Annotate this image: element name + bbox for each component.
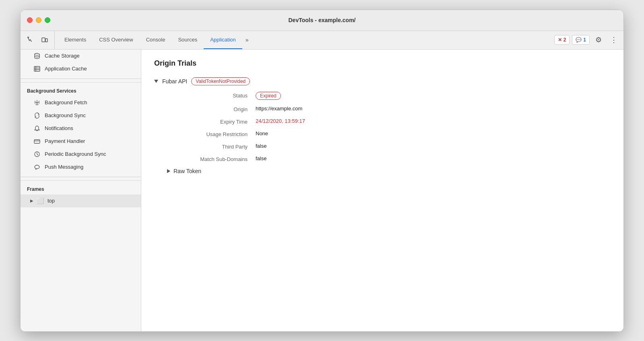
message-icon: 💬	[576, 37, 582, 43]
cache-storage-icon	[33, 52, 41, 60]
application-cache-icon	[33, 65, 41, 72]
titlebar: DevTools - example.com/	[21, 10, 623, 31]
match-sub-value: false	[256, 155, 266, 161]
push-messaging-label: Push Messaging	[45, 164, 83, 170]
frames-top-label: top	[47, 198, 55, 204]
window-title: DevTools - example.com/	[288, 17, 355, 23]
api-name: Fubar API	[162, 78, 187, 85]
tab-sources[interactable]: Sources	[171, 31, 204, 49]
minimize-button[interactable]	[36, 17, 41, 23]
svg-rect-3	[34, 66, 40, 71]
sidebar-item-payment-handler[interactable]: Payment Handler	[21, 135, 141, 148]
expiry-label: Expiry Time	[167, 118, 256, 125]
frames-expand-icon: ▶	[30, 198, 33, 203]
error-count-button[interactable]: ✕ 2	[554, 35, 570, 45]
usage-value: None	[256, 130, 268, 136]
frames-header: Frames	[21, 180, 141, 194]
raw-token-expand-icon	[167, 169, 170, 173]
payment-handler-icon	[33, 138, 41, 145]
close-button[interactable]	[27, 17, 33, 23]
payment-handler-label: Payment Handler	[45, 138, 85, 144]
raw-token-label: Raw Token	[173, 168, 201, 174]
background-sync-label: Background Sync	[45, 112, 86, 118]
tab-bar: Elements CSS Overview Console Sources Ap…	[58, 31, 551, 49]
third-party-label: Third Party	[167, 143, 256, 150]
usage-label: Usage Restriction	[167, 130, 256, 137]
background-fetch-label: Background Fetch	[45, 99, 87, 105]
frame-icon: ⬜	[37, 197, 44, 205]
toolbar-right: ✕ 2 💬 1 ⚙ ⋮	[554, 31, 620, 49]
error-count: 2	[564, 37, 566, 43]
maximize-button[interactable]	[45, 17, 50, 23]
periodic-bg-sync-icon	[33, 151, 41, 158]
traffic-lights	[27, 17, 50, 23]
svg-rect-0	[42, 38, 45, 42]
svg-point-2	[35, 53, 39, 55]
svg-rect-1	[45, 39, 47, 42]
application-cache-label: Application Cache	[45, 66, 87, 72]
notifications-label: Notifications	[45, 125, 73, 131]
status-value: Expired	[256, 92, 281, 100]
device-toggle-button[interactable]	[38, 33, 51, 46]
api-collapse-icon[interactable]	[154, 80, 158, 83]
notifications-icon	[33, 125, 41, 132]
expiry-row: Expiry Time 24/12/2020, 13:59:17	[154, 118, 611, 125]
warn-count-button[interactable]: 💬 1	[572, 35, 590, 45]
tab-css-overview[interactable]: CSS Overview	[93, 31, 140, 49]
push-messaging-icon	[33, 163, 41, 171]
origin-value: https://example.com	[256, 105, 302, 112]
warn-count: 1	[583, 37, 586, 43]
raw-token-row[interactable]: Raw Token	[154, 168, 611, 174]
usage-row: Usage Restriction None	[154, 130, 611, 137]
toolbar-devtools-icons	[24, 31, 55, 49]
origin-label: Origin	[167, 105, 256, 112]
periodic-bg-sync-label: Periodic Background Sync	[45, 151, 106, 157]
third-party-value: false	[256, 143, 266, 149]
background-sync-icon	[33, 112, 41, 119]
background-fetch-icon	[33, 99, 41, 106]
sidebar: Cache Storage Application Cache Backgrou…	[21, 50, 141, 331]
settings-button[interactable]: ⚙	[592, 33, 605, 46]
sidebar-item-background-fetch[interactable]: Background Fetch	[21, 96, 141, 109]
match-sub-row: Match Sub-Domains false	[154, 155, 611, 162]
error-icon: ✕	[558, 37, 562, 43]
more-tabs-button[interactable]: »	[242, 31, 252, 49]
inspect-element-button[interactable]	[24, 33, 37, 46]
tab-elements[interactable]: Elements	[58, 31, 93, 49]
sidebar-item-cache-storage[interactable]: Cache Storage	[21, 50, 141, 62]
sidebar-item-background-sync[interactable]: Background Sync	[21, 109, 141, 122]
api-status-badge: ValidTokenNotProvided	[191, 77, 250, 85]
main-content: Cache Storage Application Cache Backgrou…	[21, 50, 623, 331]
tab-application[interactable]: Application	[204, 31, 242, 49]
third-party-row: Third Party false	[154, 143, 611, 150]
devtools-window: DevTools - example.com/ Elements	[20, 10, 624, 332]
more-options-button[interactable]: ⋮	[607, 33, 620, 46]
toolbar: Elements CSS Overview Console Sources Ap…	[21, 31, 623, 50]
origin-row: Origin https://example.com	[154, 105, 611, 112]
svg-rect-7	[34, 140, 40, 143]
sidebar-item-frames-top[interactable]: ▶ ⬜ top	[21, 194, 141, 207]
sidebar-item-notifications[interactable]: Notifications	[21, 122, 141, 135]
api-header-row: Fubar API ValidTokenNotProvided	[154, 77, 611, 85]
cache-storage-label: Cache Storage	[45, 53, 80, 59]
page-title: Origin Trials	[154, 59, 611, 68]
tab-console[interactable]: Console	[140, 31, 172, 49]
sidebar-item-periodic-bg-sync[interactable]: Periodic Background Sync	[21, 148, 141, 161]
sidebar-item-application-cache[interactable]: Application Cache	[21, 62, 141, 75]
match-sub-label: Match Sub-Domains	[167, 155, 256, 162]
expiry-value: 24/12/2020, 13:59:17	[256, 118, 305, 124]
status-row: Status Expired	[154, 92, 611, 100]
api-section: Fubar API ValidTokenNotProvided Status E…	[154, 77, 611, 174]
content-panel: Origin Trials Fubar API ValidTokenNotPro…	[141, 50, 623, 331]
status-label: Status	[167, 92, 256, 99]
background-services-header: Background Services	[21, 82, 141, 96]
sidebar-item-push-messaging[interactable]: Push Messaging	[21, 161, 141, 174]
